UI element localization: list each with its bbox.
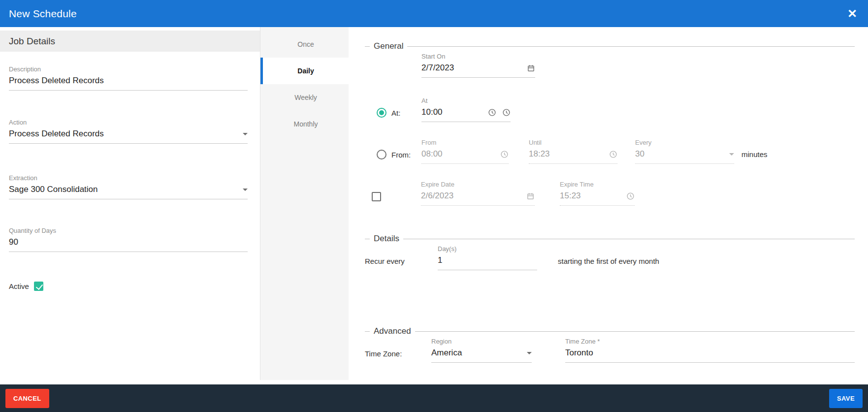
region-field: Region America bbox=[431, 338, 532, 363]
start-on-input[interactable]: 2/7/2023 bbox=[421, 63, 524, 73]
expire-date-label: Expire Date bbox=[421, 181, 535, 188]
tab-weekly[interactable]: Weekly bbox=[260, 84, 349, 111]
expire-date-input[interactable]: 2/6/2023 bbox=[421, 190, 523, 201]
time-zone-label: Time Zone * bbox=[565, 338, 855, 345]
from-radio[interactable] bbox=[377, 150, 386, 159]
at-radio-option: At: bbox=[377, 108, 421, 122]
recur-days-label: Day(s) bbox=[438, 245, 537, 253]
at-time-field: At 10:00 bbox=[421, 97, 511, 122]
description-label: Description bbox=[9, 65, 248, 73]
expire-checkbox[interactable] bbox=[372, 192, 381, 201]
new-schedule-dialog: New Schedule ✕ Job Details Description P… bbox=[0, 0, 868, 412]
clock-icon[interactable] bbox=[609, 150, 617, 158]
general-legend: General bbox=[370, 41, 407, 52]
at-time-input[interactable]: 10:00 bbox=[421, 107, 485, 118]
clock-icon[interactable] bbox=[502, 108, 511, 117]
time-zone-input[interactable]: Toronto bbox=[565, 348, 855, 358]
minutes-text: minutes bbox=[741, 150, 768, 164]
chevron-down-icon[interactable] bbox=[527, 352, 532, 354]
recurrence-tabs: Once Daily Weekly Monthly bbox=[260, 27, 349, 380]
chevron-down-icon[interactable] bbox=[243, 133, 248, 135]
start-on-label: Start On bbox=[421, 53, 535, 60]
recur-suffix-text: starting the first of every month bbox=[558, 257, 659, 270]
details-legend: Details bbox=[370, 233, 403, 244]
chevron-down-icon[interactable] bbox=[243, 189, 248, 191]
start-on-field: Start On 2/7/2023 bbox=[421, 53, 535, 78]
tab-once[interactable]: Once bbox=[260, 31, 349, 58]
expire-date-field: Expire Date 2/6/2023 bbox=[421, 181, 535, 206]
from-radio-option: From: bbox=[377, 150, 421, 164]
region-select[interactable]: America bbox=[431, 348, 523, 358]
dialog-header: New Schedule ✕ bbox=[0, 0, 868, 27]
active-label: Active bbox=[9, 282, 29, 290]
extraction-select[interactable]: Sage 300 Consolidation bbox=[9, 184, 239, 195]
at-time-label: At bbox=[421, 97, 511, 104]
active-checkbox[interactable] bbox=[34, 282, 43, 291]
advanced-legend: Advanced bbox=[370, 326, 415, 337]
expire-time-label: Expire Time bbox=[560, 181, 635, 188]
time-zone-field: Time Zone * Toronto bbox=[565, 338, 855, 363]
clock-icon[interactable] bbox=[500, 150, 509, 158]
extraction-field: Extraction Sage 300 Consolidation bbox=[9, 174, 248, 199]
until-time-label: Until bbox=[529, 139, 617, 146]
dialog-body: Job Details Description Process Deleted … bbox=[0, 27, 868, 384]
expire-time-input[interactable]: 15:23 bbox=[560, 190, 623, 201]
general-section: General Start On 2/7/2023 bbox=[365, 46, 855, 206]
active-row: Active bbox=[9, 282, 248, 291]
recur-every-text: Recur every bbox=[365, 257, 438, 270]
job-details-heading: Job Details bbox=[0, 31, 260, 52]
action-select[interactable]: Process Deleted Records bbox=[9, 128, 239, 139]
tab-monthly[interactable]: Monthly bbox=[260, 111, 349, 137]
recur-days-input[interactable]: 1 bbox=[438, 255, 537, 266]
recur-days-field: Day(s) 1 bbox=[438, 245, 537, 270]
clock-icon[interactable] bbox=[488, 108, 496, 117]
job-details-panel: Job Details Description Process Deleted … bbox=[0, 27, 260, 380]
description-input[interactable]: Process Deleted Records bbox=[9, 75, 248, 86]
every-label: Every bbox=[635, 139, 734, 146]
every-field: Every 30 bbox=[635, 139, 734, 164]
at-radio-label: At: bbox=[391, 109, 400, 117]
advanced-section: Advanced Time Zone: Region America Time … bbox=[365, 331, 855, 363]
until-time-input[interactable]: 18:23 bbox=[529, 149, 606, 159]
region-label: Region bbox=[431, 338, 532, 345]
clock-icon[interactable] bbox=[626, 192, 635, 200]
at-radio[interactable] bbox=[377, 108, 386, 118]
quantity-of-days-label: Quantity of Days bbox=[9, 227, 248, 234]
time-zone-text: Time Zone: bbox=[365, 349, 431, 363]
dialog-footer: CANCEL SAVE bbox=[0, 384, 868, 412]
details-section: Details Recur every Day(s) 1 starting th… bbox=[365, 239, 855, 270]
action-field: Action Process Deleted Records bbox=[9, 119, 248, 144]
cancel-button[interactable]: CANCEL bbox=[5, 389, 49, 408]
quantity-of-days-field: Quantity of Days 90 bbox=[9, 227, 248, 252]
from-time-field: From 08:00 bbox=[421, 139, 509, 164]
calendar-icon[interactable] bbox=[526, 192, 535, 200]
schedule-settings-panel: General Start On 2/7/2023 bbox=[349, 27, 868, 380]
dialog-title: New Schedule bbox=[9, 8, 77, 20]
extraction-label: Extraction bbox=[9, 174, 248, 182]
close-icon[interactable]: ✕ bbox=[847, 8, 857, 20]
tab-daily[interactable]: Daily bbox=[260, 58, 349, 84]
every-select[interactable]: 30 bbox=[635, 149, 725, 159]
calendar-icon[interactable] bbox=[527, 64, 535, 72]
quantity-of-days-input[interactable]: 90 bbox=[9, 237, 248, 248]
from-time-input[interactable]: 08:00 bbox=[421, 149, 497, 159]
save-button[interactable]: SAVE bbox=[829, 389, 863, 408]
from-time-label: From bbox=[421, 139, 509, 146]
action-label: Action bbox=[9, 119, 248, 126]
chevron-down-icon[interactable] bbox=[729, 153, 734, 156]
expire-time-field: Expire Time 15:23 bbox=[560, 181, 635, 206]
description-field: Description Process Deleted Records bbox=[9, 65, 248, 91]
from-radio-label: From: bbox=[391, 151, 411, 159]
until-time-field: Until 18:23 bbox=[529, 139, 617, 164]
expire-checkbox-wrap bbox=[372, 192, 381, 206]
